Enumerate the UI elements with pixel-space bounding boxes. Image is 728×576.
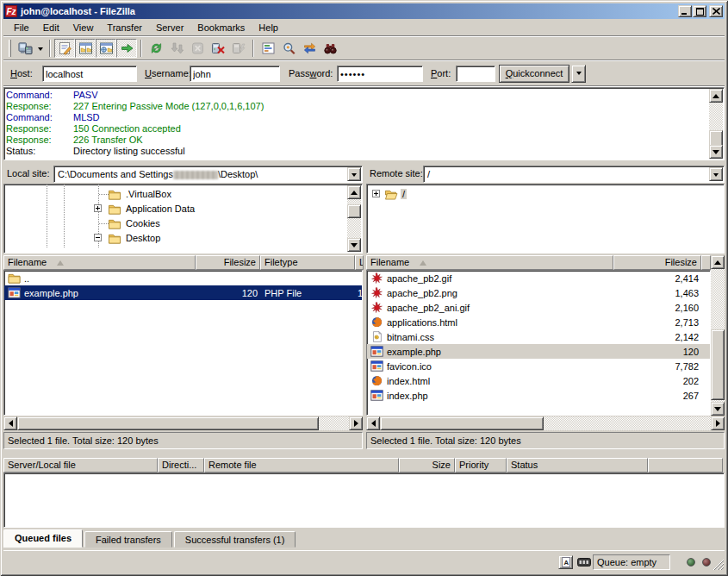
tree-node-desktop[interactable]: Desktop — [108, 231, 162, 245]
find-files-icon — [323, 41, 338, 55]
remote-header-column-filename[interactable]: Filename — [366, 255, 613, 270]
remote-list-scrollbar[interactable] — [711, 255, 725, 416]
maximize-button[interactable] — [693, 5, 706, 17]
remote-header-column-filesize[interactable]: Filesize — [613, 255, 701, 270]
scrollbar-thumb[interactable] — [380, 416, 544, 430]
quickconnect-button[interactable]: Quickconnect — [499, 65, 569, 83]
menu-view[interactable]: View — [66, 21, 101, 34]
remote-file-row-bitnami-css[interactable]: bitnami.css 2,142 — [367, 329, 710, 344]
tree-expander-plus[interactable] — [94, 204, 102, 212]
local-header-column-filename[interactable]: Filename — [3, 255, 196, 270]
queue-header-column-size[interactable]: Size — [399, 458, 455, 473]
resize-grip[interactable] — [712, 559, 724, 572]
log-line-label: Response: — [6, 123, 73, 135]
remote-file-row-applications-html[interactable]: applications.html 2,713 — [367, 315, 710, 329]
remote-header-column-filler[interactable] — [701, 255, 711, 270]
local-site-dropdown[interactable] — [347, 167, 361, 181]
title-bar[interactable]: Fz john@localhost - FileZilla — [3, 3, 725, 19]
menu-edit[interactable]: Edit — [36, 21, 66, 34]
toolbar-site-manager-button[interactable] — [15, 39, 35, 58]
toolbar-directory-comparison-button[interactable] — [278, 39, 299, 58]
remote-file-list[interactable]: apache_pb2.gif 2,414 apache_pb2.png 1,46… — [366, 270, 711, 416]
remote-file-row-apache-pb2-gif[interactable]: apache_pb2.gif 2,414 — [367, 271, 710, 285]
local-header-column-filetype[interactable]: Filetype — [260, 255, 355, 270]
close-button[interactable] — [709, 5, 723, 17]
file-name: index.php — [387, 391, 428, 401]
tree-node-virtualbox[interactable]: .VirtualBox — [108, 187, 173, 201]
quickconnect-dropdown-button[interactable] — [571, 65, 586, 83]
queue-header-column-remote-file[interactable]: Remote file — [204, 458, 399, 473]
toolbar-reconnect-button[interactable] — [228, 39, 249, 58]
toolbar-toggle-message-log-button[interactable] — [54, 39, 75, 58]
toolbar-toggle-remote-tree-button[interactable] — [96, 39, 116, 58]
tree-node-cookies[interactable]: Cookies — [108, 216, 162, 230]
transfer-queue-list[interactable] — [3, 473, 725, 528]
tree-node-application-data[interactable]: Application Data — [108, 202, 196, 216]
folder-icon — [108, 189, 121, 200]
toolbar-grip[interactable] — [9, 40, 11, 57]
toolbar-toggle-local-tree-button[interactable] — [75, 39, 96, 58]
queue-header-column-priority[interactable]: Priority — [455, 458, 507, 473]
remote-file-row-favicon-ico[interactable]: favicon.ico 7,782 — [367, 359, 710, 373]
local-file-list[interactable]: .. example.php 120 PHP File 1 — [3, 270, 363, 416]
queue-header-column-filler[interactable] — [648, 458, 723, 473]
toolbar-synchronized-browsing-button[interactable] — [299, 39, 320, 58]
toolbar-refresh-button[interactable] — [146, 39, 166, 58]
remote-file-row-index-php[interactable]: index.php 267 — [367, 388, 710, 403]
scrollbar-thumb[interactable] — [17, 416, 319, 430]
queue-header-column-directi[interactable]: Directi... — [158, 458, 204, 473]
menu-transfer[interactable]: Transfer — [100, 21, 149, 34]
tree-node-[interactable]: / — [384, 187, 407, 201]
remote-file-row-apache-pb2-png[interactable]: apache_pb2.png 1,463 — [367, 285, 710, 300]
port-input[interactable] — [456, 66, 495, 82]
queue-header-column-server-local-file[interactable]: Server/Local file — [3, 458, 158, 473]
local-site-combobox[interactable]: C:\Documents and Settings\Desktop\ — [53, 166, 363, 183]
host-input[interactable] — [42, 66, 137, 82]
remote-site-dropdown[interactable] — [709, 167, 723, 181]
remote-site-combobox[interactable]: / — [423, 166, 725, 183]
process-queue-icon — [170, 41, 184, 55]
port-label: Port: — [431, 68, 451, 78]
menu-server[interactable]: Server — [149, 21, 190, 34]
local-list-hscrollbar[interactable] — [3, 416, 363, 430]
toolbar-cancel-operation-button[interactable] — [187, 39, 208, 58]
toolbar-toggle-transfer-queue-button[interactable] — [116, 39, 137, 58]
app-icon: Fz — [5, 5, 17, 17]
scrollbar-thumb[interactable] — [347, 204, 361, 218]
username-input[interactable] — [190, 66, 280, 82]
local-header-column-filesize[interactable]: Filesize — [196, 255, 260, 270]
toolbar-find-files-button[interactable] — [320, 39, 340, 58]
password-label: Password: — [289, 68, 333, 78]
tab-queued-files[interactable]: Queued files — [3, 529, 83, 548]
local-directory-tree[interactable]: .VirtualBoxApplication DataCookiesDeskto… — [3, 184, 363, 254]
password-input[interactable] — [337, 66, 423, 82]
local-file-row-example-php[interactable]: example.php 120 PHP File 1 — [4, 285, 362, 300]
local-header-column-l[interactable]: L — [355, 255, 364, 270]
toolbar-separator — [252, 40, 254, 57]
toolbar-directory-listing-filters-button[interactable] — [258, 39, 278, 58]
toolbar-process-queue-button[interactable] — [166, 39, 187, 58]
minimize-button[interactable] — [678, 5, 692, 17]
tab-failed-transfers[interactable]: Failed transfers — [84, 531, 172, 548]
site-manager-icon — [18, 41, 33, 55]
tab-successful-transfers-1[interactable]: Successful transfers (1) — [174, 531, 296, 548]
remote-list-hscrollbar[interactable] — [366, 416, 725, 430]
remote-file-row-apache-pb2-ani-gif[interactable]: apache_pb2_ani.gif 2,160 — [367, 300, 710, 315]
tree-expander-plus[interactable] — [372, 190, 380, 197]
queue-header-column-status[interactable]: Status — [507, 458, 648, 473]
remote-file-row-example-php[interactable]: example.php 120 — [367, 344, 710, 359]
tree-expander-minus[interactable] — [94, 234, 102, 241]
menu-file[interactable]: File — [7, 21, 36, 34]
local-tree-scrollbar[interactable] — [347, 185, 361, 252]
remote-file-row-index-html[interactable]: index.html 202 — [367, 373, 710, 388]
scrollbar-thumb[interactable] — [711, 329, 725, 400]
datatype-ascii-icon[interactable]: A — [558, 555, 573, 569]
remote-directory-tree[interactable]: / — [366, 184, 725, 254]
speed-limits-icon[interactable] — [577, 558, 591, 568]
toolbar-site-manager-dropdown[interactable] — [35, 39, 46, 58]
log-scrollbar[interactable] — [709, 89, 723, 159]
local-file-row-parent-dir[interactable]: .. — [4, 271, 362, 285]
toolbar-disconnect-button[interactable] — [208, 39, 228, 58]
menu-help[interactable]: Help — [252, 21, 285, 34]
menu-bookmarks[interactable]: Bookmarks — [190, 21, 252, 34]
